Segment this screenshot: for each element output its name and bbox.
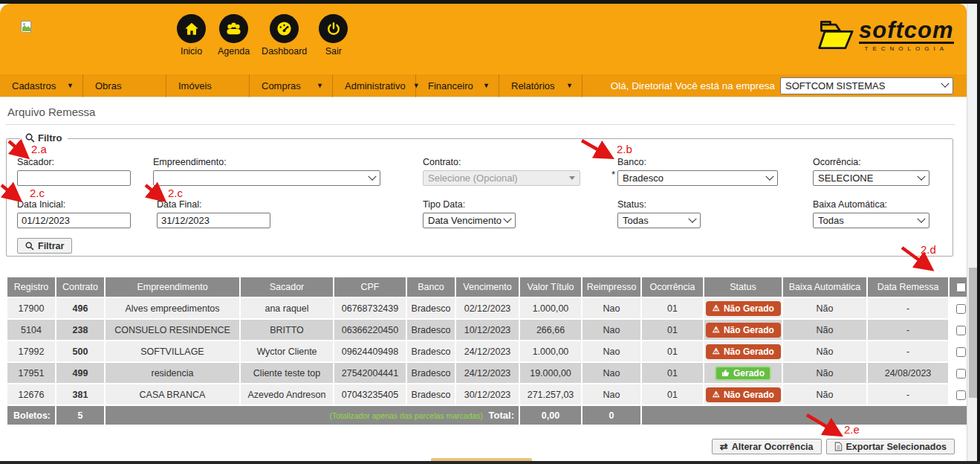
dashboard-button[interactable]: Dashboard — [262, 14, 307, 57]
people-icon — [219, 14, 248, 43]
cell-valor: 1.000,00 — [520, 341, 581, 361]
app-header: Inicio Agenda Dashboard Sair — [0, 4, 967, 75]
cell-empreendimento: Alves empreedimentos — [106, 298, 239, 318]
broken-image-icon — [19, 20, 33, 37]
cell-ocorrencia: 01 — [642, 341, 703, 361]
cell-vencimento: 10/12/2023 — [456, 320, 519, 340]
data-inicial-input[interactable] — [17, 213, 131, 228]
ocorrencia-label: Ocorrência: — [813, 157, 861, 167]
cell-ocorrencia: 01 — [642, 363, 703, 383]
menubar: Cadastros▼ObrasImóveisCompras▼Administra… — [0, 74, 967, 97]
cell-registro: 17951 — [7, 363, 55, 383]
baixa-automatica-select[interactable]: Todas — [813, 213, 929, 228]
cell-data-remessa: - — [868, 298, 948, 318]
chevron-down-icon — [941, 80, 949, 88]
cell-data-remessa: - — [868, 384, 948, 405]
menu-item-compras[interactable]: Compras▼ — [250, 74, 333, 97]
status-label: Status: — [617, 199, 646, 210]
caret-down-icon: ▼ — [559, 82, 573, 89]
alterar-ocorrencia-button[interactable]: ⇄ Alterar Ocorrência — [712, 439, 822, 454]
chevron-down-icon — [765, 172, 773, 180]
menu-item-cadastros[interactable]: Cadastros▼ — [0, 74, 83, 97]
cell-reimpresso: Nao — [583, 363, 640, 383]
cell-reimpresso: Nao — [583, 341, 640, 361]
cell-cpf: 06366220450 — [334, 320, 406, 340]
cell-sacador: BRITTO — [241, 320, 333, 340]
row-checkbox[interactable] — [956, 304, 966, 314]
cell-vencimento: 30/12/2023 — [456, 384, 519, 405]
menu-item-administrativo[interactable]: Administrativo▼ — [333, 74, 416, 97]
caret-down-icon: ▼ — [476, 82, 490, 89]
column-header: Banco — [407, 277, 455, 297]
status-select-value: Todas — [623, 215, 649, 226]
status-badge-nao-gerado[interactable]: ⚠Não Gerado — [706, 301, 781, 316]
scrollbar-thumb[interactable] — [969, 268, 977, 398]
status-badge-gerado[interactable]: Gerado — [715, 366, 771, 381]
table-row: 17900496Alves empreedimentosana raquel06… — [7, 298, 973, 318]
cell-valor: 271.257,03 — [520, 384, 581, 405]
column-header: CPF — [334, 277, 406, 297]
row-checkbox[interactable] — [956, 369, 966, 378]
window-bottom-edge — [0, 461, 980, 464]
sacador-input[interactable] — [17, 170, 131, 186]
column-header: Contrato — [56, 277, 104, 297]
cell-empreendimento: SOFTVILLAGE — [106, 341, 239, 361]
ocorrencia-select[interactable]: SELECIONE — [813, 170, 929, 186]
total-label: Total: — [489, 410, 514, 421]
chevron-down-icon — [503, 214, 511, 222]
cell-vencimento: 02/12/2023 — [456, 298, 519, 318]
status-badge-nao-gerado[interactable]: ⚠Não Gerado — [706, 344, 781, 359]
triangle-down-icon — [569, 176, 575, 180]
cell-cpf: 06768732439 — [334, 298, 406, 318]
column-header: Data Remessa — [868, 277, 948, 297]
select-all-checkbox[interactable] — [956, 283, 966, 292]
menu-item-obras[interactable]: Obras — [83, 74, 166, 97]
totalizador-cell: (Totalizador apenas das parcelas marcada… — [106, 406, 519, 425]
menu-item-financeiro[interactable]: Financeiro▼ — [416, 74, 499, 97]
agenda-button[interactable]: Agenda — [218, 14, 250, 57]
table-row: 17951499residenciaCliente teste top27542… — [7, 363, 973, 383]
data-final-label: Data Final: — [157, 199, 201, 210]
cell-status: ⚠Não Gerado — [704, 298, 782, 318]
status-badge-nao-gerado[interactable]: ⚠Não Gerado — [706, 387, 781, 402]
document-icon — [834, 442, 843, 451]
cell-status: ⚠Não Gerado — [704, 320, 782, 340]
menu-item-imoveis[interactable]: Imóveis — [166, 74, 250, 97]
status-select[interactable]: Todas — [617, 213, 701, 228]
cell-registro: 17992 — [7, 341, 55, 361]
empreendimento-select[interactable] — [153, 170, 380, 186]
logo-subtitle: TECNOLOGIA — [859, 45, 954, 52]
menu-item-relatorios[interactable]: Relatórios▼ — [499, 74, 583, 97]
inicio-button[interactable]: Inicio — [177, 14, 206, 57]
ocorrencia-select-value: SELECIONE — [818, 173, 873, 184]
tipo-data-select[interactable]: Data Vencimento — [423, 213, 516, 228]
column-header: Baixa Automática — [783, 277, 866, 297]
contrato-select-value: Selecione (Opcional) — [428, 173, 518, 184]
warning-icon: ⚠ — [713, 347, 720, 355]
row-checkbox[interactable] — [956, 326, 966, 335]
column-header: Vencimento — [456, 277, 519, 297]
cell-empreendimento: CONSUELO RESINDENCE — [106, 320, 239, 340]
row-checkbox[interactable] — [956, 347, 966, 357]
column-header: Empreendimento — [106, 277, 239, 297]
data-final-input[interactable] — [157, 213, 270, 228]
filtrar-button[interactable]: Filtrar — [17, 238, 72, 254]
boletos-count: 5 — [56, 406, 104, 425]
gauge-icon — [270, 14, 299, 43]
banco-select[interactable]: Bradesco — [617, 170, 778, 186]
contrato-select[interactable]: Selecione (Opcional) — [423, 170, 580, 186]
contrato-label: Contrato: — [423, 157, 461, 167]
page-title: Arquivo Remessa — [7, 106, 95, 118]
exportar-selecionados-button[interactable]: Exportar Selecionados — [826, 439, 955, 454]
chevron-down-icon — [917, 172, 925, 180]
window-right-edge — [977, 0, 980, 464]
status-badge-nao-gerado[interactable]: ⚠Não Gerado — [706, 323, 781, 338]
menu-items: Cadastros▼ObrasImóveisCompras▼Administra… — [0, 74, 583, 97]
row-checkbox[interactable] — [956, 390, 966, 400]
filter-legend: Filtro — [20, 132, 68, 144]
warning-icon: ⚠ — [713, 326, 720, 334]
company-select[interactable]: SOFTCOM SISTEMAS — [780, 77, 953, 94]
cell-banco: Bradesco — [407, 363, 455, 383]
sair-button[interactable]: Sair — [319, 14, 348, 57]
banco-select-value: Bradesco — [623, 173, 663, 184]
